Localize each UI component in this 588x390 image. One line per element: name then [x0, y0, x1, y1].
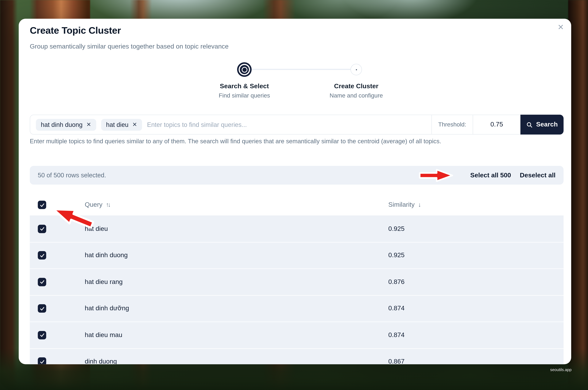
- row-similarity: 0.925: [388, 251, 405, 259]
- table-row[interactable]: dinh duong 0.867: [30, 349, 563, 364]
- selection-actions: Select all 500 Deselect all: [470, 171, 555, 179]
- row-query: hat dieu mau: [85, 331, 122, 339]
- table-row[interactable]: hat dieu rang 0.876: [30, 269, 563, 296]
- column-label: Similarity: [388, 201, 415, 209]
- row-checkbox[interactable]: [38, 251, 46, 260]
- step-create-cluster: Create Cluster Name and configure: [309, 83, 404, 99]
- row-similarity: 0.874: [388, 331, 405, 339]
- page-title: Create Topic Cluster: [30, 25, 121, 36]
- table-body: hat dieu 0.925 hat dinh duong 0.925 hat …: [30, 216, 563, 364]
- row-similarity: 0.925: [388, 225, 405, 233]
- sort-both-icon: ↑↓: [106, 201, 110, 208]
- row-query: hat dinh duong: [85, 251, 128, 259]
- select-all-button[interactable]: Select all 500: [470, 171, 511, 179]
- column-header-query[interactable]: Query ↑↓: [85, 194, 110, 216]
- row-similarity: 0.874: [388, 305, 405, 312]
- table-row[interactable]: hat dieu mau 0.874: [30, 322, 563, 349]
- table-header-row: Query ↑↓ Similarity ↓: [30, 194, 563, 216]
- step-indicator-create-cluster: [351, 64, 362, 75]
- search-icon: [526, 121, 533, 128]
- chip-remove-icon[interactable]: ✕: [86, 121, 91, 128]
- sort-desc-icon: ↓: [418, 201, 421, 208]
- step-label: Create Cluster: [309, 83, 404, 90]
- row-checkbox[interactable]: [38, 357, 46, 364]
- search-help-text: Enter multiple topics to find queries si…: [30, 138, 563, 145]
- row-checkbox[interactable]: [38, 331, 46, 339]
- threshold-field-cell: [473, 115, 520, 134]
- checkmark-icon: [39, 359, 45, 364]
- query-results-table: Query ↑↓ Similarity ↓ hat dieu 0.925 hat: [30, 194, 563, 364]
- topic-chip-label: hat dinh duong: [41, 121, 83, 128]
- close-icon[interactable]: ✕: [556, 22, 566, 33]
- screen: ✕ Create Topic Cluster Group semanticall…: [0, 0, 588, 390]
- selection-status-bar: 50 of 500 rows selected. Select all 500 …: [30, 166, 563, 185]
- column-header-similarity[interactable]: Similarity ↓: [388, 194, 421, 216]
- select-all-checkbox[interactable]: [38, 201, 46, 209]
- row-query: hat dinh dưỡng: [85, 305, 129, 312]
- threshold-label: Threshold:: [431, 115, 473, 134]
- checkmark-icon: [39, 279, 45, 285]
- table-row[interactable]: hat dieu 0.925: [30, 216, 563, 243]
- threshold-input[interactable]: [479, 120, 515, 129]
- topic-chips: hat dinh duong ✕ hat dieu ✕: [30, 119, 142, 131]
- stepper-connector: [252, 69, 351, 70]
- topic-chip-label: hat dieu: [106, 121, 128, 128]
- topic-search-input[interactable]: [142, 115, 431, 135]
- row-query: dinh duong: [85, 358, 117, 364]
- row-similarity: 0.876: [388, 278, 405, 286]
- rows-selected-status: 50 of 500 rows selected.: [38, 172, 106, 179]
- column-label: Query: [85, 201, 102, 209]
- search-button-label: Search: [536, 121, 558, 128]
- checkmark-icon: [39, 306, 45, 311]
- checkmark-icon: [39, 202, 45, 208]
- search-button[interactable]: Search: [520, 115, 563, 135]
- step-indicator-search-select: [237, 62, 252, 77]
- step-sublabel: Name and configure: [309, 92, 404, 99]
- row-checkbox[interactable]: [38, 278, 46, 286]
- row-checkbox[interactable]: [38, 225, 46, 233]
- row-query: hat dieu rang: [85, 278, 123, 286]
- topic-search-bar: hat dinh duong ✕ hat dieu ✕ Threshold: S…: [30, 115, 563, 135]
- dialog-subtitle: Group semantically similar queries toget…: [30, 43, 229, 50]
- topic-chip: hat dinh duong ✕: [36, 119, 96, 131]
- step-label: Search & Select: [196, 83, 292, 90]
- step-search-select: Search & Select Find similar queries: [196, 83, 292, 99]
- chip-remove-icon[interactable]: ✕: [132, 121, 137, 128]
- row-similarity: 0.867: [388, 358, 405, 364]
- row-checkbox[interactable]: [38, 304, 46, 313]
- create-topic-cluster-dialog: ✕ Create Topic Cluster Group semanticall…: [19, 19, 571, 364]
- topic-chip: hat dieu ✕: [101, 119, 142, 131]
- step-sublabel: Find similar queries: [196, 92, 292, 99]
- red-arrow-select-all: [415, 168, 457, 183]
- checkmark-icon: [39, 332, 45, 338]
- table-row[interactable]: hat dinh dưỡng 0.874: [30, 296, 563, 322]
- deselect-all-button[interactable]: Deselect all: [520, 171, 555, 179]
- checkmark-icon: [39, 226, 45, 232]
- checkmark-icon: [39, 252, 45, 258]
- watermark: seoutils.app: [550, 367, 572, 372]
- table-row[interactable]: hat dinh duong 0.925: [30, 243, 563, 269]
